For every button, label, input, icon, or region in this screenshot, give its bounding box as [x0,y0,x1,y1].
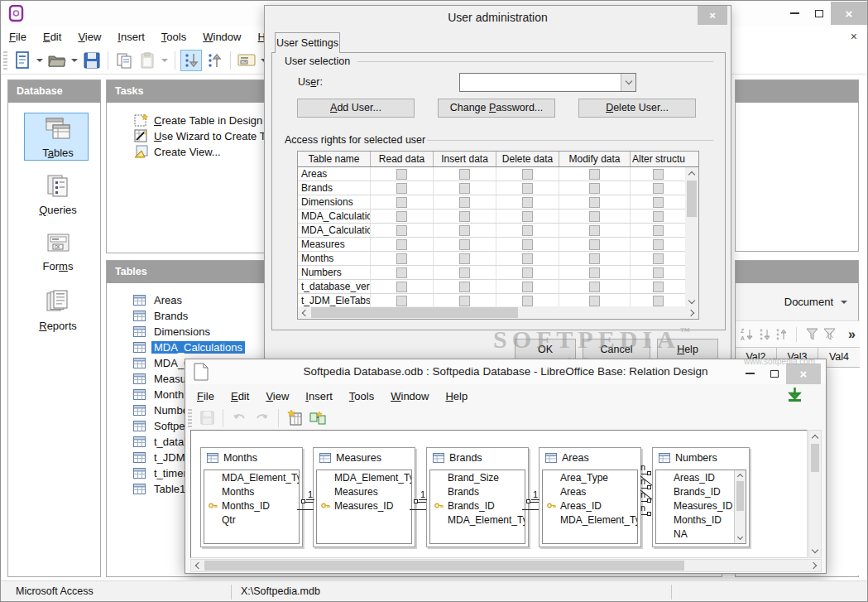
read-checkbox[interactable] [371,294,434,307]
form-button[interactable]: OK [236,50,257,71]
list-item[interactable]: Brands [133,309,190,323]
column-header[interactable]: Insert data [434,152,496,166]
insert-checkbox[interactable] [434,167,496,181]
relation-table-months[interactable]: Months MDA_Element_Ty Months Months_ID Q… [200,447,303,547]
delete-checkbox[interactable] [496,280,559,293]
toolbar-grip[interactable] [3,51,7,70]
sort-descending-button[interactable] [204,50,225,71]
read-checkbox[interactable] [371,195,434,209]
relation-vertical-scrollbar[interactable] [808,430,822,558]
alter-checkbox[interactable] [631,252,687,265]
column-header[interactable]: Alter structu [631,152,687,166]
list-item[interactable]: Month [133,388,186,402]
tab-user-settings[interactable]: User Settings [275,32,340,53]
open-dropdown-icon[interactable] [71,59,78,62]
sort-descending-icon[interactable] [775,327,787,342]
list-item[interactable]: Table1 [133,482,188,496]
sort-ascending-icon[interactable] [759,327,770,342]
menu-insert[interactable]: Insert [297,387,341,405]
relation-horizontal-scrollbar[interactable] [190,559,822,572]
read-checkbox[interactable] [371,280,434,293]
insert-checkbox[interactable] [434,238,496,251]
alter-checkbox[interactable] [631,266,687,279]
modify-checkbox[interactable] [559,181,631,195]
relation-table-measures[interactable]: Measures MDA_Element_Ty Measures Measure… [313,447,415,547]
insert-checkbox[interactable] [434,294,496,307]
cancel-button[interactable]: Cancel [583,339,650,360]
minimize-button[interactable] [738,364,762,383]
alter-checkbox[interactable] [631,280,687,293]
download-icon[interactable] [787,387,803,402]
menu-view[interactable]: View [257,387,297,405]
modify-checkbox[interactable] [559,238,631,251]
sort-ascending-button[interactable] [180,50,202,71]
alter-checkbox[interactable] [631,167,687,181]
modify-checkbox[interactable] [559,294,631,307]
modify-checkbox[interactable] [559,266,631,279]
modify-checkbox[interactable] [559,209,631,223]
column-header[interactable]: Delete data [496,152,559,166]
list-item[interactable]: Softpe [133,419,188,433]
read-checkbox[interactable] [371,181,434,195]
read-checkbox[interactable] [371,209,434,223]
list-item[interactable]: Measu [133,372,189,386]
list-item[interactable]: t_datab [133,435,192,449]
relation-table-areas[interactable]: Areas Area_Type Areas Areas_ID MDA_Eleme… [539,447,641,547]
modify-checkbox[interactable] [559,280,631,293]
sidebar-item-tables[interactable]: Tables [18,117,98,159]
modify-checkbox[interactable] [559,195,631,209]
maximize-button[interactable] [807,4,831,22]
copy-button[interactable] [113,50,135,71]
column-header[interactable]: Table name [298,152,371,166]
add-tables-button[interactable] [284,407,305,429]
table-vertical-scrollbar[interactable] [685,167,698,308]
alter-checkbox[interactable] [631,224,687,237]
task-create-table-design[interactable]: Create Table in Design Vie [134,113,281,128]
table-horizontal-scrollbar[interactable] [298,306,698,319]
ok-button[interactable]: OK [515,339,576,360]
menu-tools[interactable]: Tools [153,27,194,46]
menu-tools[interactable]: Tools [341,387,382,405]
maximize-button[interactable] [762,364,786,383]
relation-line[interactable] [522,509,539,510]
combo-dropdown-button[interactable] [621,74,635,91]
menu-help[interactable]: Help [437,387,476,405]
sidebar-item-forms[interactable]: OK Forms [18,232,98,272]
redo-button[interactable] [252,407,273,429]
close-button[interactable]: × [831,2,867,25]
delete-checkbox[interactable] [496,181,559,195]
relation-line[interactable] [410,509,426,510]
menu-window[interactable]: Window [382,387,437,405]
delete-checkbox[interactable] [496,167,559,181]
sidebar-item-reports[interactable]: Reports [18,290,98,332]
delete-checkbox[interactable] [496,209,559,223]
alter-checkbox[interactable] [631,294,687,307]
standard-filter-icon[interactable] [823,328,836,340]
paste-dropdown-icon[interactable] [161,59,168,62]
delete-checkbox[interactable] [496,238,559,251]
close-button[interactable]: × [786,364,821,384]
menu-file[interactable]: File [1,27,35,46]
insert-checkbox[interactable] [434,181,496,195]
modify-checkbox[interactable] [559,252,631,265]
new-document-button[interactable] [12,50,33,71]
change-password-button[interactable]: Change Password... [438,99,555,118]
paste-button[interactable] [137,50,158,71]
menu-view[interactable]: View [70,27,109,46]
task-use-wizard[interactable]: Use Wizard to Create Tabl [134,129,280,143]
delete-checkbox[interactable] [496,224,559,237]
modify-checkbox[interactable] [559,167,631,181]
sidebar-item-queries[interactable]: Queries [18,174,98,216]
list-item[interactable]: t_timer [133,466,189,480]
add-user-button[interactable]: Add User... [297,99,415,118]
column-header[interactable]: Modify data [559,152,631,166]
access-rights-table[interactable]: Table name Read data Insert data Delete … [297,151,699,320]
alter-checkbox[interactable] [631,195,687,209]
fields-scrollbar[interactable] [734,470,746,543]
read-checkbox[interactable] [371,266,434,279]
alter-checkbox[interactable] [631,238,687,251]
open-button[interactable] [46,50,68,71]
insert-checkbox[interactable] [434,209,496,223]
insert-checkbox[interactable] [434,195,496,209]
minimize-button[interactable] [783,4,807,22]
